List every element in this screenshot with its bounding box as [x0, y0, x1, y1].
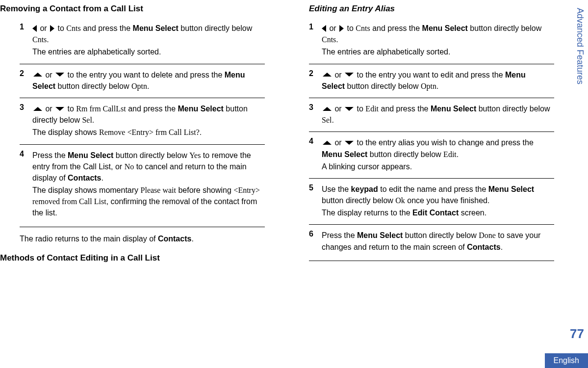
or-text: or	[332, 71, 344, 79]
step-3: 3 or to Edit and press the Menu Select b…	[309, 98, 554, 131]
or-text: or	[43, 105, 54, 113]
cnts-label: Cnts	[322, 35, 336, 44]
contacts-label: Contacts	[467, 243, 500, 251]
left-column: Removing a Contact from a Call List 1 or…	[0, 4, 265, 368]
menu-select-label: Menu Select	[178, 105, 224, 113]
edit-contact-label: Edit Contact	[412, 209, 459, 217]
step-4: 4 or to the entry alias you wish to chan…	[309, 131, 554, 178]
step-number: 4	[309, 137, 322, 173]
or-text: or	[332, 138, 344, 147]
or-text: or	[327, 24, 338, 32]
menu-select-label: Menu Select	[422, 24, 468, 32]
cnts-label: Cnts	[32, 35, 47, 44]
section-title: Advanced Features	[575, 8, 585, 84]
step-number: 5	[309, 184, 322, 220]
step-body: or to Rm frm CallLst and press the Menu …	[32, 103, 261, 139]
or-text: or	[332, 105, 344, 113]
please-wait-label: Please wait	[141, 186, 176, 194]
down-arrow-icon	[55, 73, 64, 77]
step-body: or to the entry you want to edit and pre…	[322, 69, 550, 93]
done-label: Done	[479, 231, 496, 239]
step-number: 1	[20, 23, 32, 59]
up-arrow-icon	[33, 107, 42, 111]
sel-label: Sel	[82, 116, 92, 124]
step-6: 6 Press the Menu Select button directly …	[309, 224, 554, 261]
ok-label: Ok	[395, 196, 405, 205]
step-body: or to Cnts and press the Menu Select but…	[32, 23, 261, 59]
page-number: 77	[570, 326, 584, 342]
sidebar: Advanced Features	[567, 4, 588, 368]
edit-label: Edit	[365, 105, 379, 113]
no-label: No	[125, 162, 134, 171]
right-steps: 1 or to Cnts and press the Menu Select b…	[289, 23, 554, 261]
right-column: Editing an Entry Alias 1 or to Cnts and …	[289, 4, 554, 368]
step-2: 2 or to the entry you want to delete and…	[20, 64, 265, 98]
optn-label: Optn	[421, 82, 436, 90]
rm-frm-calllst-label: Rm frm CallLst	[76, 105, 126, 113]
up-arrow-icon	[323, 107, 332, 111]
language-indicator: English	[545, 353, 588, 368]
step-body: or to Edit and press the Menu Select but…	[322, 103, 550, 127]
remove-entry-label: Remove <Entry> frm Call List?	[99, 128, 200, 136]
left-arrow-icon	[32, 25, 37, 32]
step-2: 2 or to the entry you want to edit and p…	[309, 64, 554, 98]
step-1: 1 or to Cnts and press the Menu Select b…	[309, 23, 554, 64]
down-arrow-icon	[55, 107, 64, 111]
menu-select-label: Menu Select	[322, 150, 367, 158]
step-body: or to Cnts and press the Menu Select but…	[322, 23, 550, 59]
menu-select-label: Menu Select	[488, 185, 534, 193]
menu-select-label: Menu Select	[68, 151, 113, 159]
step-5: 5 Use the keypad to edit the name and pr…	[309, 178, 554, 225]
content-area: Removing a Contact from a Call List 1 or…	[0, 4, 567, 368]
page: Removing a Contact from a Call List 1 or…	[0, 0, 588, 368]
right-arrow-icon	[339, 25, 344, 32]
step-number: 2	[309, 69, 322, 93]
step-number: 4	[20, 150, 32, 220]
step-1: 1 or to Cnts and press the Menu Select b…	[20, 23, 265, 64]
contacts-label: Contacts	[158, 235, 191, 243]
menu-select-label: Menu Select	[431, 105, 476, 113]
right-arrow-icon	[50, 25, 54, 32]
down-arrow-icon	[345, 73, 354, 77]
step-note: A blinking cursor appears.	[322, 161, 550, 172]
down-arrow-icon	[345, 107, 354, 111]
cnts-label: Cnts	[66, 24, 80, 32]
step-number: 3	[20, 103, 32, 139]
up-arrow-icon	[323, 73, 332, 77]
yes-label: Yes	[189, 151, 201, 159]
optn-label: Optn	[131, 82, 147, 90]
step-note: The entries are alphabetically sorted.	[322, 46, 550, 57]
down-arrow-icon	[345, 141, 354, 145]
step-number: 6	[309, 230, 322, 253]
step-number: 1	[309, 23, 322, 59]
step-body: Press the Menu Select button directly be…	[32, 150, 261, 220]
right-heading: Editing an Entry Alias	[289, 4, 554, 14]
left-steps: 1 or to Cnts and press the Menu Select b…	[0, 23, 265, 227]
step-body: Press the Menu Select button directly be…	[322, 230, 550, 253]
cnts-label: Cnts	[356, 24, 370, 32]
keypad-label: keypad	[351, 185, 378, 193]
edit-label: Edit	[443, 150, 457, 158]
step-3: 3 or to Rm frm CallLst and press the Men…	[20, 98, 265, 144]
menu-select-label: Menu Select	[357, 231, 403, 239]
left-arrow-icon	[322, 25, 326, 32]
or-text: or	[43, 71, 54, 79]
step-4: 4 Press the Menu Select button directly …	[20, 144, 265, 227]
step-body: Use the keypad to edit the name and pres…	[322, 184, 550, 220]
step-body: or to the entry you want to delete and p…	[32, 69, 261, 93]
or-text: or	[38, 24, 49, 32]
left-subheading: Methods of Contact Editing in a Call Lis…	[0, 253, 265, 263]
sel-label: Sel	[322, 116, 332, 124]
step-note: The entries are alphabetically sorted.	[32, 46, 261, 57]
step-number: 2	[20, 69, 32, 93]
menu-select-label: Menu Select	[133, 24, 179, 32]
left-heading: Removing a Contact from a Call List	[0, 4, 265, 14]
up-arrow-icon	[323, 141, 332, 145]
contacts-label: Contacts	[68, 174, 101, 182]
step-number: 3	[309, 103, 322, 127]
after-steps-text: The radio returns to the main display of…	[0, 227, 265, 244]
up-arrow-icon	[33, 73, 42, 77]
step-body: or to the entry alias you wish to change…	[322, 137, 550, 173]
